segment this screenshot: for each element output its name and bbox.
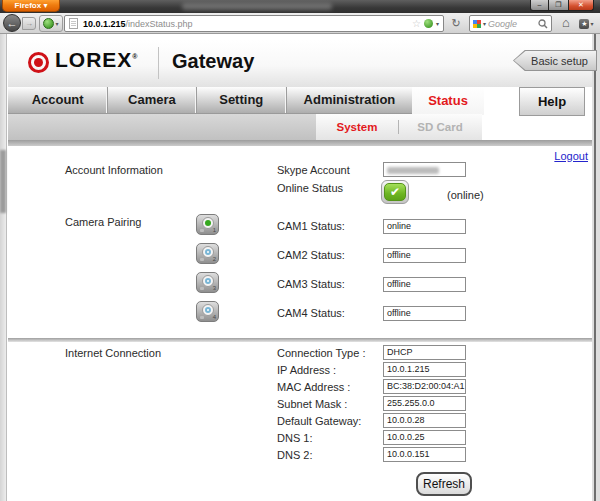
site-header: LOREX® Gateway Basic setup	[8, 40, 592, 87]
mac-address-label: MAC Address :	[277, 381, 350, 393]
section-camera-pairing: Camera Pairing	[65, 216, 141, 228]
main-nav: Account Camera Setting Administration	[8, 87, 412, 114]
cam3-status-field[interactable]: offline	[383, 277, 466, 292]
cam4-status-field[interactable]: offline	[383, 306, 466, 321]
tab-setting[interactable]: Setting	[197, 87, 287, 113]
dns2-label: DNS 2:	[277, 449, 312, 461]
default-gateway-label: Default Gateway:	[277, 415, 361, 427]
basic-setup-button[interactable]: Basic setup	[513, 50, 597, 71]
camera1-pair-button[interactable]: 1	[196, 214, 219, 235]
default-gateway-field[interactable]: 10.0.0.28	[383, 413, 466, 428]
subnav: System SD Card	[316, 114, 482, 140]
url-host: 10.0.1.215	[83, 19, 126, 29]
bookmarks-button[interactable]: ★ ▾	[576, 15, 597, 32]
home-button[interactable]: ⌂	[557, 14, 575, 32]
ip-address-field[interactable]: 10.0.1.215	[383, 362, 466, 377]
dns2-field[interactable]: 10.0.0.151	[383, 447, 466, 462]
window-title-obscured	[182, 3, 332, 10]
window-edge-shade	[0, 150, 6, 213]
online-status-label: Online Status	[277, 182, 343, 194]
maximize-button[interactable]: ❐	[549, 0, 568, 11]
ip-address-label: IP Address :	[277, 364, 336, 376]
cam2-status-label: CAM2 Status:	[277, 249, 345, 261]
section-account-information: Account Information	[65, 164, 163, 176]
camera-foot-icon	[200, 229, 204, 232]
subtab-system[interactable]: System	[316, 121, 398, 133]
cam4-status-label: CAM4 Status:	[277, 307, 345, 319]
back-button[interactable]: ←	[3, 14, 21, 32]
title-bar: Firefox ▾ – ❐ ✕	[0, 0, 600, 13]
search-input[interactable]: ▾ Google	[469, 15, 552, 32]
subnet-mask-label: Subnet Mask :	[277, 398, 347, 410]
chevron-down-icon[interactable]: ▾	[483, 20, 486, 27]
addon-button[interactable]: ▾	[39, 15, 63, 32]
help-button[interactable]: Help	[519, 87, 585, 116]
google-logo-icon	[473, 20, 481, 28]
camera-foot-icon	[200, 316, 204, 319]
window-edge-left	[0, 34, 7, 501]
tab-administration[interactable]: Administration	[287, 87, 412, 113]
skype-account-value-obscured	[387, 167, 439, 174]
page-title: Gateway	[172, 50, 254, 73]
bookmark-star-icon[interactable]: ☆	[412, 19, 421, 29]
chevron-down-icon: ▾	[590, 20, 593, 27]
brand-name: LOREX®	[55, 48, 139, 72]
chevron-down-icon: ▾	[55, 20, 58, 27]
connection-type-label: Connection Type :	[277, 347, 365, 359]
forward-button[interactable]: →	[22, 17, 36, 30]
skype-account-field[interactable]	[383, 162, 466, 177]
search-placeholder: Google	[488, 19, 517, 29]
tab-account[interactable]: Account	[8, 87, 108, 113]
subnav-band	[8, 114, 316, 140]
reload-button[interactable]: ↻	[447, 15, 465, 32]
dns1-label: DNS 1:	[277, 432, 312, 444]
camera4-pair-button[interactable]: 4	[196, 301, 219, 322]
cam2-status-field[interactable]: offline	[383, 248, 466, 263]
section-divider	[8, 338, 592, 342]
cam3-status-label: CAM3 Status:	[277, 278, 345, 290]
camera3-pair-button[interactable]: 3	[196, 272, 219, 293]
window-border-right	[594, 34, 596, 501]
subnet-mask-field[interactable]: 255.255.0.0	[383, 396, 466, 411]
cam1-status-label: CAM1 Status:	[277, 220, 345, 232]
bookmarks-icon: ★	[579, 19, 589, 29]
tab-camera[interactable]: Camera	[108, 87, 196, 113]
skype-account-label: Skype Account	[277, 164, 350, 176]
addon-icon	[43, 18, 54, 29]
url-path: /indexStatus.php	[126, 19, 193, 29]
header-divider	[158, 47, 159, 79]
basic-setup-label: Basic setup	[514, 51, 596, 70]
subnav-bottom-edge	[8, 140, 592, 146]
cam1-status-field[interactable]: online	[383, 219, 466, 234]
url-bar[interactable]: 10.0.1.215 /indexStatus.php ☆ ▾	[64, 15, 444, 32]
dns1-field[interactable]: 10.0.0.25	[383, 430, 466, 445]
tab-status[interactable]: Status	[412, 87, 484, 115]
refresh-button[interactable]: Refresh	[416, 472, 472, 496]
page-favicon-icon	[69, 18, 78, 29]
online-status-button[interactable]: ✔	[381, 180, 409, 204]
checkmark-icon: ✔	[384, 183, 406, 201]
camera2-pair-button[interactable]: 2	[196, 243, 219, 264]
section-internet-connection: Internet Connection	[65, 347, 161, 359]
lorex-logo-icon	[28, 52, 49, 73]
online-status-text: (online)	[447, 189, 484, 201]
window-controls: – ❐ ✕	[530, 0, 594, 11]
close-button[interactable]: ✕	[568, 0, 594, 11]
browser-window: Firefox ▾ – ❐ ✕ ← → ▾ 10.0.1.215 /indexS…	[0, 0, 600, 501]
chevron-down-icon[interactable]: ▾	[436, 20, 439, 27]
subtab-sd-card[interactable]: SD Card	[399, 121, 481, 133]
search-icon[interactable]	[538, 15, 548, 33]
connection-type-field[interactable]: DHCP	[383, 345, 466, 360]
minimize-button[interactable]: –	[530, 0, 549, 11]
logout-link[interactable]: Logout	[554, 150, 588, 162]
camera-foot-icon	[200, 258, 204, 261]
mac-address-field[interactable]: BC:38:D2:00:04:A1	[383, 379, 466, 394]
firefox-menu-button[interactable]: Firefox ▾	[2, 0, 60, 12]
camera-foot-icon	[200, 287, 204, 290]
addon-page-icon[interactable]	[424, 19, 433, 28]
